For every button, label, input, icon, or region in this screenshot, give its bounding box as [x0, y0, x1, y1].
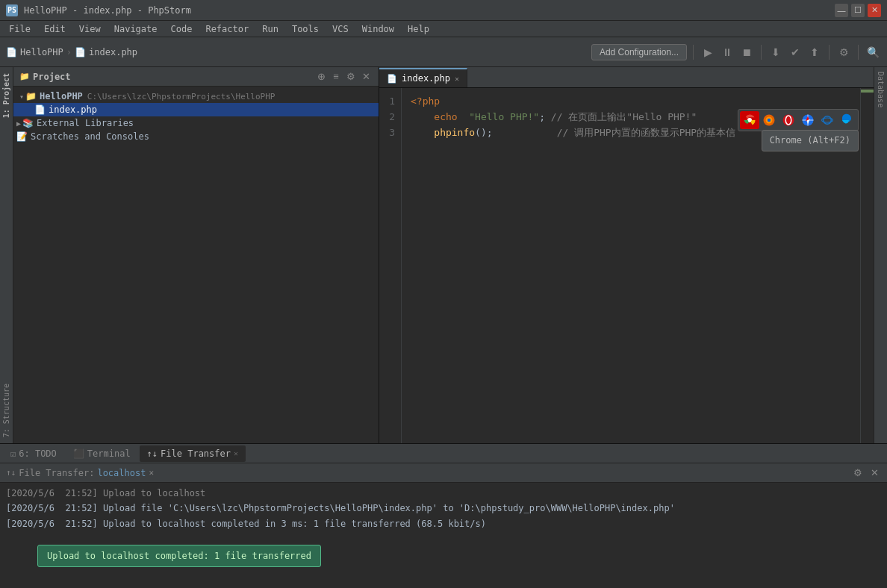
code-editor[interactable]: <?php echo "Hello PHP!" ; // 在页面上输出"Hell… [402, 88, 860, 443]
menu-view[interactable]: View [73, 22, 107, 36]
chrome-svg [743, 113, 756, 127]
vcs-update-button[interactable]: ⬇ [768, 44, 784, 60]
breadcrumb-file[interactable]: index.php [89, 47, 137, 57]
opera-svg [782, 113, 795, 127]
panel-actions: ⊕ ≡ ⚙ ✕ [314, 70, 373, 84]
php-file-icon: 📄 [6, 47, 17, 57]
breadcrumb-project[interactable]: HelloPHP [20, 47, 63, 57]
line-numbers: 1 2 3 [379, 88, 402, 443]
func-comment: // 调用PHP内置的函数显示PHP的基本信 [557, 125, 735, 141]
upload-notification: Upload to localhost completed: 1 file tr… [37, 545, 321, 567]
echo-comment: // 在页面上输出"Hello PHP!" [551, 110, 697, 125]
firefox-svg [762, 113, 776, 127]
main-layout: 1: Project 7: Structure 📁 Project ⊕ ≡ ⚙ … [0, 67, 887, 443]
file-transfer-panel-icon: ↑↓ [6, 468, 16, 478]
maximize-button[interactable]: ☐ [851, 4, 865, 17]
func-spaces [493, 125, 557, 141]
php-open-tag: <?php [411, 94, 440, 110]
tab-close-icon[interactable]: ✕ [455, 75, 459, 83]
editor-content: 1 2 3 <?php echo "Hello PHP!" ; // 在页面上输… [379, 88, 874, 443]
folder-icon: 📁 [25, 91, 37, 101]
host-close-btn[interactable]: ✕ [149, 468, 154, 478]
menu-run[interactable]: Run [256, 22, 284, 36]
add-configuration-button[interactable]: Add Configuration... [591, 44, 687, 60]
echo-semi: ; [539, 110, 551, 125]
menu-refactor[interactable]: Refactor [199, 22, 255, 36]
menu-edit[interactable]: Edit [38, 22, 72, 36]
echo-indent [411, 110, 434, 125]
browser-icons-popup [738, 109, 859, 131]
vcs-push-button[interactable]: ⬆ [806, 44, 823, 60]
vcs-commit-button[interactable]: ✔ [787, 44, 803, 60]
search-everywhere-button[interactable]: 🔍 [865, 44, 881, 60]
panel-collapse-btn[interactable]: ≡ [329, 70, 343, 84]
settings-button[interactable]: ⚙ [835, 44, 852, 60]
edge-icon-btn[interactable] [837, 111, 856, 129]
bottom-settings-btn[interactable]: ⚙ [851, 466, 865, 480]
bottom-close-btn[interactable]: ✕ [868, 466, 881, 480]
library-icon: 📚 [22, 118, 34, 128]
editor-tab-indexphp[interactable]: 📄 index.php ✕ [379, 68, 467, 87]
left-side-bar: 1: Project 7: Structure [0, 67, 13, 443]
log-line-1: [2020/5/6 21:52] Upload to localhost [6, 486, 881, 501]
toolbar: 📄 HelloPHP › 📄 index.php Add Configurati… [0, 37, 887, 67]
line-num-2: 2 [382, 110, 395, 125]
func-parens: (); [475, 125, 492, 141]
menu-vcs[interactable]: VCS [326, 22, 355, 36]
file-icon: 📄 [75, 47, 86, 57]
php-icon: 📄 [34, 104, 46, 115]
tree-item-root[interactable]: ▾ 📁 HelloPHP C:\Users\lzc\PhpstormProjec… [13, 90, 379, 103]
terminal-tab-icon: ⬛ [73, 448, 84, 459]
terminal-tab[interactable]: ⬛ Terminal [66, 445, 138, 462]
panel-settings-btn[interactable]: ⚙ [344, 70, 358, 84]
structure-panel-label[interactable]: 7: Structure [1, 378, 12, 443]
menu-file[interactable]: File [3, 22, 37, 36]
echo-string: "Hello PHP!" [469, 110, 539, 125]
project-panel: 📁 Project ⊕ ≡ ⚙ ✕ ▾ 📁 HelloPHP C:\Users\… [13, 67, 379, 443]
echo-keyword: echo [434, 110, 457, 125]
coverage-button[interactable]: ⏹ [738, 44, 755, 60]
svg-point-4 [768, 119, 771, 122]
todo-tab[interactable]: ☑ 6: TODO [3, 445, 64, 462]
bottom-toolbar: ↑↓ File Transfer: localhost ✕ ⚙ ✕ [0, 463, 887, 483]
title-bar-left: PS HelloPHP - index.php - PhpStorm [6, 4, 191, 16]
menu-tools[interactable]: Tools [286, 22, 325, 36]
toolbar-right: Add Configuration... ▶ ⏸ ⏹ ⬇ ✔ ⬆ ⚙ 🔍 [591, 44, 881, 60]
debug-button[interactable]: ⏸ [719, 44, 735, 60]
toolbar-sep-4 [858, 45, 859, 60]
minimize-button[interactable]: — [835, 4, 848, 17]
panel-close-btn[interactable]: ✕ [359, 70, 373, 84]
panel-scroll-from-source-btn[interactable]: ⊕ [314, 70, 328, 84]
chrome-icon-btn[interactable] [740, 111, 759, 129]
tree-item-indexphp[interactable]: 📄 index.php [13, 103, 379, 116]
project-panel-label[interactable]: 1: Project [1, 67, 12, 124]
log-line-3: [2020/5/6 21:52] Upload to localhost com… [6, 516, 881, 531]
close-button[interactable]: ✕ [868, 4, 881, 17]
menu-help[interactable]: Help [402, 22, 435, 36]
ie-icon-btn[interactable] [818, 111, 837, 129]
menu-window[interactable]: Window [356, 22, 400, 36]
menu-code[interactable]: Code [165, 22, 199, 36]
safari-icon-btn[interactable] [798, 111, 818, 129]
tree-item-external-libs[interactable]: ▶ 📚 External Libraries [13, 116, 379, 130]
host-label[interactable]: localhost [97, 468, 146, 478]
firefox-icon-btn[interactable] [759, 111, 779, 129]
file-transfer-icon: ↑↓ [147, 448, 158, 459]
toolbar-sep-2 [761, 45, 762, 60]
run-button[interactable]: ▶ [700, 44, 716, 60]
tab-file-icon: 📄 [387, 74, 397, 84]
bottom-content: [2020/5/6 21:52] Upload to localhost [20… [0, 483, 887, 588]
opera-icon-btn[interactable] [779, 111, 798, 129]
bottom-panel: ☑ 6: TODO ⬛ Terminal ↑↓ File Transfer ✕ … [0, 443, 887, 588]
toolbar-sep-3 [829, 45, 830, 60]
tree-item-scratches[interactable]: 📝 Scratches and Consoles [13, 130, 379, 143]
database-text[interactable]: Database [875, 67, 886, 112]
menu-navigate[interactable]: Navigate [108, 22, 164, 36]
tree-label-scratches: Scratches and Consoles [31, 131, 149, 142]
window-title: HelloPHP - index.php - PhpStorm [24, 5, 191, 16]
file-transfer-close[interactable]: ✕ [234, 449, 238, 457]
todo-tab-label: 6: TODO [19, 448, 57, 459]
file-transfer-tab[interactable]: ↑↓ File Transfer ✕ [140, 445, 246, 462]
line-num-3: 3 [382, 125, 395, 141]
window-controls[interactable]: — ☐ ✕ [835, 4, 881, 17]
